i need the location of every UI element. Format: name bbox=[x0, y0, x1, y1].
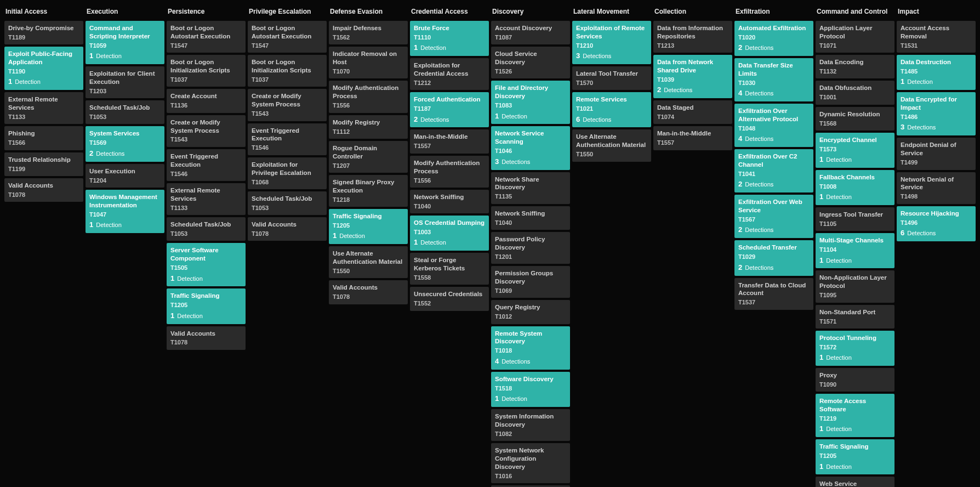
technique-card[interactable]: Drive-by CompromiseT1189 bbox=[4, 21, 83, 44]
technique-card[interactable]: Exploitation of Remote ServicesT12103 De… bbox=[572, 21, 651, 64]
technique-card[interactable]: Password Policy DiscoveryT1201 bbox=[491, 232, 570, 264]
technique-card[interactable]: Scheduled Task/JobT1053 bbox=[86, 100, 164, 124]
technique-card[interactable]: Valid AccountsT1078 bbox=[167, 326, 246, 350]
technique-card[interactable]: Man-in-the-MiddleT1557 bbox=[653, 126, 732, 150]
technique-card[interactable]: Scheduled Task/JobT1053 bbox=[248, 191, 327, 215]
technique-card[interactable]: Data from Network Shared DriveT10392 Det… bbox=[653, 55, 732, 98]
technique-card[interactable]: Data Transfer Size LimitsT10304 Detectio… bbox=[734, 58, 813, 101]
technique-card[interactable]: Modify Authentication ProcessT1556 bbox=[410, 156, 489, 188]
technique-card[interactable]: Data Encrypted for ImpactT14863 Detectio… bbox=[897, 92, 976, 135]
technique-card[interactable]: Exfiltration Over Alternative ProtocolT1… bbox=[734, 104, 813, 147]
technique-card[interactable]: Data EncodingT1132 bbox=[816, 55, 894, 78]
technique-card[interactable]: Rogue Domain ControllerT1207 bbox=[329, 141, 408, 173]
technique-card[interactable]: Account DiscoveryT1087 bbox=[491, 21, 570, 44]
technique-card[interactable]: Software DiscoveryT15181 Detection bbox=[491, 372, 570, 407]
technique-card[interactable]: Steal or Forge Kerberos TicketsT1558 bbox=[410, 253, 489, 285]
technique-card[interactable]: External Remote ServicesT1133 bbox=[4, 92, 83, 124]
technique-card[interactable]: Exploit Public-Facing ApplicationT11901 … bbox=[4, 47, 83, 90]
technique-card[interactable]: Permission Groups DiscoveryT1069 bbox=[491, 266, 570, 298]
technique-card[interactable]: Brute ForceT11101 Detection bbox=[410, 21, 489, 56]
technique-card[interactable]: Man-in-the-MiddleT1557 bbox=[410, 129, 489, 153]
technique-card[interactable]: Data DestructionT14851 Detection bbox=[897, 55, 976, 90]
technique-card[interactable]: Modify RegistryT1112 bbox=[329, 115, 408, 139]
technique-card[interactable]: Automated ExfiltrationT10202 Detections bbox=[734, 21, 813, 56]
technique-name: Valid Accounts bbox=[252, 220, 323, 229]
technique-card[interactable]: Create or Modify System ProcessT1543 bbox=[167, 115, 246, 147]
technique-card[interactable]: Use Alternate Authentication MaterialT15… bbox=[572, 129, 651, 161]
technique-card[interactable]: Boot or Logon Autostart ExecutionT1547 bbox=[248, 21, 327, 53]
technique-card[interactable]: Network Share DiscoveryT1135 bbox=[491, 172, 570, 204]
technique-card[interactable]: Non-Standard PortT1571 bbox=[816, 305, 894, 329]
technique-card[interactable]: Protocol TunnelingT15721 Detection bbox=[816, 331, 894, 366]
technique-card[interactable]: ProxyT1090 bbox=[816, 368, 894, 392]
technique-card[interactable]: Unsecured CredentialsT1552 bbox=[410, 287, 489, 310]
tactic-header: Defense Evasion bbox=[329, 4, 408, 21]
technique-card[interactable]: Dynamic ResolutionT1568 bbox=[816, 107, 894, 131]
technique-card[interactable]: Network Service ScanningT10463 Detection… bbox=[491, 126, 570, 169]
technique-card[interactable]: Network SniffingT1040 bbox=[491, 206, 570, 230]
technique-card[interactable]: Non-Application Layer ProtocolT1095 bbox=[816, 270, 894, 302]
detections-count: 3 Detections bbox=[495, 157, 566, 167]
technique-card[interactable]: Encrypted ChannelT15731 Detection bbox=[816, 133, 894, 168]
technique-card[interactable]: System ServicesT15692 Detections bbox=[86, 126, 164, 161]
technique-card[interactable]: Valid AccountsT1078 bbox=[248, 217, 327, 241]
technique-card[interactable]: Exploitation for Privilege EscalationT10… bbox=[248, 157, 327, 189]
technique-card[interactable]: Remote System DiscoveryT10184 Detections bbox=[491, 326, 570, 370]
technique-card[interactable]: Transfer Data to Cloud AccountT1537 bbox=[734, 278, 813, 310]
technique-card[interactable]: Command and Scripting InterpreterT10591 … bbox=[86, 21, 164, 64]
technique-card[interactable]: Impair DefensesT1562 bbox=[329, 21, 408, 44]
technique-card[interactable]: Multi-Stage ChannelsT11041 Detection bbox=[816, 233, 894, 268]
technique-card[interactable]: Exfiltration Over Web ServiceT15672 Dete… bbox=[734, 195, 813, 238]
technique-card[interactable]: System Information DiscoveryT1082 bbox=[491, 409, 570, 441]
technique-card[interactable]: Event Triggered ExecutionT1546 bbox=[167, 149, 246, 181]
technique-card[interactable]: Traffic SignalingT12051 Detection bbox=[329, 209, 408, 244]
technique-card[interactable]: Fallback ChannelsT10081 Detection bbox=[816, 170, 894, 205]
technique-card[interactable]: Modify Authentication ProcessT1556 bbox=[329, 81, 408, 112]
technique-card[interactable]: Use Alternate Authentication MaterialT15… bbox=[329, 246, 408, 278]
technique-card[interactable]: OS Credential DumpingT10031 Detection bbox=[410, 216, 489, 251]
technique-card[interactable]: Indicator Removal on HostT1070 bbox=[329, 47, 408, 78]
technique-card[interactable]: Scheduled Task/JobT1053 bbox=[167, 217, 246, 241]
technique-card[interactable]: Data StagedT1074 bbox=[653, 100, 732, 124]
technique-card[interactable]: Resource HijackingT14966 Detections bbox=[897, 206, 976, 241]
technique-card[interactable]: Forced AuthenticationT11872 Detections bbox=[410, 92, 489, 127]
technique-card[interactable]: Exploitation for Client ExecutionT1203 bbox=[86, 66, 164, 98]
technique-card[interactable]: Valid AccountsT1078 bbox=[329, 280, 408, 304]
technique-card[interactable]: Create AccountT1136 bbox=[167, 89, 246, 112]
technique-card[interactable]: Create or Modify System ProcessT1543 bbox=[248, 89, 327, 121]
technique-card[interactable]: Ingress Tool TransferT1105 bbox=[816, 207, 894, 231]
technique-card[interactable]: Network SniffingT1040 bbox=[410, 190, 489, 213]
technique-card[interactable]: Signed Binary Proxy ExecutionT1218 bbox=[329, 175, 408, 207]
technique-card[interactable]: Boot or Logon Initialization ScriptsT103… bbox=[167, 55, 246, 87]
technique-card[interactable]: Boot or Logon Initialization ScriptsT103… bbox=[248, 55, 327, 87]
technique-card[interactable]: Traffic SignalingT12051 Detection bbox=[167, 288, 246, 324]
technique-card[interactable]: Query RegistryT1012 bbox=[491, 300, 570, 324]
technique-card[interactable]: Scheduled TransferT10292 Detections bbox=[734, 240, 813, 275]
technique-card[interactable]: Lateral Tool TransferT1570 bbox=[572, 66, 651, 90]
technique-card[interactable]: Application Layer ProtocolT1071 bbox=[816, 21, 894, 53]
technique-card[interactable]: Exfiltration Over C2 ChannelT10412 Detec… bbox=[734, 149, 813, 192]
technique-card[interactable]: Windows Management InstrumentationT10471… bbox=[86, 190, 164, 233]
technique-id: T1110 bbox=[414, 33, 485, 41]
technique-card[interactable]: Account Access RemovalT1531 bbox=[897, 21, 976, 53]
technique-card[interactable]: Endpoint Denial of ServiceT1499 bbox=[897, 138, 976, 169]
technique-card[interactable]: Traffic SignalingT12051 Detection bbox=[816, 439, 894, 474]
technique-card[interactable]: Valid AccountsT1078 bbox=[4, 178, 83, 202]
technique-card[interactable]: Exploitation for Credential AccessT1212 bbox=[410, 58, 489, 90]
technique-card[interactable]: Network Denial of ServiceT1498 bbox=[897, 172, 976, 204]
technique-card[interactable]: Cloud Service DiscoveryT1526 bbox=[491, 47, 570, 78]
technique-card[interactable]: Remote ServicesT10216 Detections bbox=[572, 92, 651, 127]
technique-card[interactable]: System Network Configuration DiscoveryT1… bbox=[491, 443, 570, 483]
technique-card[interactable]: Boot or Logon Autostart ExecutionT1547 bbox=[167, 21, 246, 53]
technique-card[interactable]: Remote Access SoftwareT12191 Detection bbox=[816, 394, 894, 437]
technique-card[interactable]: Server Software ComponentT15051 Detectio… bbox=[167, 243, 246, 286]
technique-card[interactable]: PhishingT1566 bbox=[4, 126, 83, 150]
technique-card[interactable]: Trusted RelationshipT1199 bbox=[4, 152, 83, 176]
technique-card[interactable]: Web ServiceT1102 bbox=[816, 477, 894, 487]
technique-card[interactable]: Event Triggered ExecutionT1546 bbox=[248, 123, 327, 155]
technique-card[interactable]: Data ObfuscationT1001 bbox=[816, 81, 894, 104]
technique-card[interactable]: User ExecutionT1204 bbox=[86, 164, 164, 188]
technique-card[interactable]: Data from Information RepositoriesT1213 bbox=[653, 21, 732, 53]
technique-card[interactable]: External Remote ServicesT1133 bbox=[167, 183, 246, 215]
technique-card[interactable]: File and Directory DiscoveryT10831 Detec… bbox=[491, 81, 570, 124]
